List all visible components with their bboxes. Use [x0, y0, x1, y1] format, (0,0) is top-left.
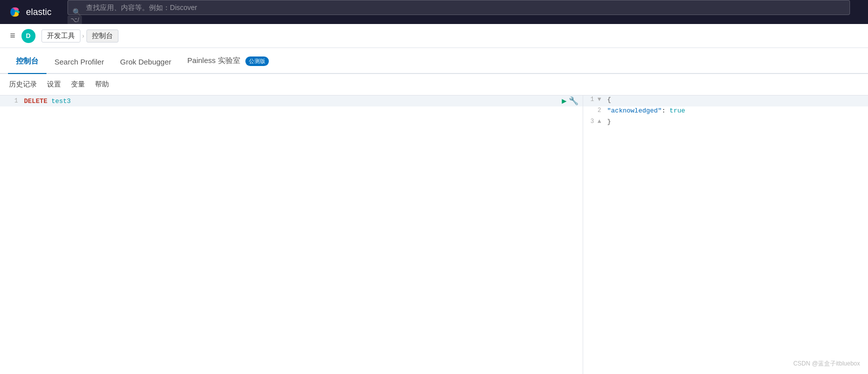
editor-container: 1 DELETE test3 ▶ 🔧 1 ▼ { 2 "acknowledged…: [0, 96, 868, 374]
variables-button[interactable]: 变量: [70, 78, 86, 91]
out-line-num-2: 2: [587, 107, 601, 114]
tab-painless-lab[interactable]: Painless 实验室 公测版: [179, 49, 277, 74]
search-shortcut: ⌥/: [67, 16, 82, 24]
tab-search-profiler[interactable]: Search Profiler: [46, 50, 112, 74]
global-search-container: 🔍 ⌥/: [67, 0, 850, 24]
output-line-1: 1 ▼ {: [583, 96, 868, 106]
svg-point-4: [10, 8, 15, 16]
top-navigation: elastic 🔍 ⌥/: [0, 0, 868, 24]
painless-badge: 公测版: [245, 56, 269, 66]
out-key-acknowledged: "acknowledged": true: [607, 107, 685, 114]
elastic-logo-icon: [8, 5, 22, 19]
breadcrumb-separator: ›: [82, 32, 84, 40]
history-button[interactable]: 历史记录: [8, 78, 38, 91]
editor-pane[interactable]: 1 DELETE test3 ▶ 🔧: [0, 96, 583, 374]
breadcrumb-parent[interactable]: 开发工具: [41, 30, 80, 42]
settings-button[interactable]: 设置: [46, 78, 62, 91]
line-actions: ▶ 🔧: [562, 96, 579, 106]
console-toolbar: 历史记录 设置 变量 帮助: [0, 74, 868, 96]
editor-line-content-1: DELETE test3: [24, 98, 558, 105]
out-line-num-1: 1 ▼: [587, 96, 601, 103]
tab-console[interactable]: 控制台: [8, 50, 46, 74]
breadcrumb: 开发工具 › 控制台: [41, 30, 118, 42]
help-button[interactable]: 帮助: [94, 78, 110, 91]
tabs-bar: 控制台 Search Profiler Grok Debugger Painle…: [0, 48, 868, 74]
wrench-button[interactable]: 🔧: [569, 96, 579, 106]
sub-navigation: ≡ D 开发工具 › 控制台: [0, 24, 868, 48]
keyword-delete: DELETE: [24, 98, 47, 105]
watermark: CSDN @蓝盒子itbluebox: [793, 360, 860, 368]
search-icon: 🔍: [72, 8, 81, 16]
breadcrumb-current[interactable]: 控制台: [86, 30, 118, 42]
output-line-2: 2 "acknowledged": true: [583, 106, 868, 118]
global-search-input[interactable]: [67, 0, 850, 15]
line-number-1: 1: [4, 98, 18, 104]
output-pane: 1 ▼ { 2 "acknowledged": true 3 ▲ }: [583, 96, 868, 374]
elastic-logo[interactable]: elastic: [8, 5, 51, 19]
tab-grok-debugger[interactable]: Grok Debugger: [112, 50, 179, 74]
out-close-brace: }: [607, 118, 611, 126]
editor-line-1: 1 DELETE test3 ▶ 🔧: [0, 96, 583, 106]
editor-path: test3: [51, 98, 71, 105]
run-button[interactable]: ▶: [562, 96, 567, 106]
output-line-3: 3 ▲ }: [583, 118, 868, 128]
user-avatar[interactable]: D: [21, 29, 35, 43]
logo-text: elastic: [26, 7, 51, 18]
hamburger-button[interactable]: ≡: [8, 28, 17, 43]
out-open-brace: {: [607, 96, 611, 104]
out-line-num-3: 3 ▲: [587, 118, 601, 125]
